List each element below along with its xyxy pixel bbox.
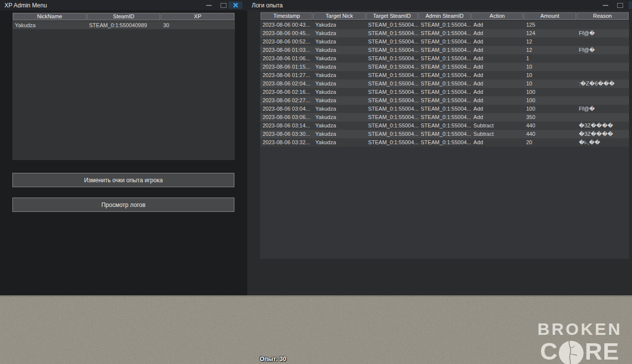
watermark-line1: BROKEN [538,321,622,337]
table-cell [576,54,629,63]
edit-xp-button[interactable]: Изменить очки опыта игрока [12,173,234,187]
table-cell: Add [471,113,524,121]
xp-hud-label: Опыт: 30 [260,356,286,363]
table-cell: 2023-08-06 03:32... [260,138,313,147]
table-cell: STEAM_0:1:55004... [365,71,418,80]
view-logs-button[interactable]: Просмотр логов [12,198,234,212]
table-cell: STEAM_0:1:55004... [365,54,418,63]
minimize-button[interactable] [202,1,216,9]
table-cell [576,88,629,96]
cracked-sphere-logo-icon [558,340,584,364]
table-cell: Subtract [471,130,524,138]
table-cell: STEAM_0:1:55004... [365,38,418,46]
table-cell: Yakudza [313,113,366,121]
table-row[interactable]: 2023-08-06 02:04...YakudzaSTEAM_0:1:5500… [260,80,629,88]
maximize-icon [617,3,623,8]
table-cell: STEAM_0:1:55004... [418,21,471,29]
table-cell: :�Z�6��� [576,80,629,88]
table-row[interactable]: 2023-08-06 01:15...YakudzaSTEAM_0:1:5500… [260,63,629,71]
table-row[interactable]: 2023-08-06 02:16...YakudzaSTEAM_0:1:5500… [260,88,629,96]
table-row[interactable]: 2023-08-06 01:27...YakudzaSTEAM_0:1:5500… [260,71,629,80]
table-cell: 10 [524,63,577,71]
xp-admin-window-title: XP Admin Menu [4,2,47,9]
table-cell: 2023-08-06 02:27... [260,96,313,105]
table-cell: Ff@� [576,29,629,38]
table-cell: Add [471,80,524,88]
table-cell: 2023-08-06 03:30... [260,130,313,138]
table-cell: 440 [524,121,577,130]
table-cell: Subtract [471,121,524,130]
column-header[interactable]: Timestamp [261,12,313,20]
table-cell: STEAM_0:1:55004... [418,130,471,138]
table-cell: 1 [524,54,577,63]
table-cell: 2023-08-06 03:04... [260,105,313,113]
xp-logs-window-title: Логи опыта [252,2,283,9]
minimize-button[interactable] [598,1,612,9]
xp-logs-window: Логи опыта TimestampTarget NickTarget St… [247,0,632,295]
table-cell: 2023-08-06 00:45... [260,29,313,38]
table-cell: STEAM_0:1:55004... [365,63,418,71]
table-cell: �i-,�� [576,138,629,147]
xp-admin-window: XP Admin Menu NickNameSteamIDXPYakudzaST… [0,0,247,295]
table-cell [576,96,629,105]
table-cell: STEAM_0:1:55004... [418,46,471,54]
table-cell: 10 [524,80,577,88]
watermark-line2: C RE [538,338,622,364]
table-row[interactable]: 2023-08-06 00:43...YakudzaSTEAM_0:1:5500… [260,21,629,29]
column-header[interactable]: XP [161,13,234,20]
table-row[interactable]: 2023-08-06 01:03...YakudzaSTEAM_0:1:5500… [260,46,629,54]
column-header[interactable]: Reason [577,12,629,20]
table-row[interactable]: 2023-08-06 02:27...YakudzaSTEAM_0:1:5500… [260,96,629,105]
table-cell: Ff@� [576,105,629,113]
maximize-icon [221,3,226,8]
column-header[interactable]: Admin SteamID [418,12,470,20]
table-cell: 2023-08-06 01:15... [260,63,313,71]
table-cell [576,63,629,71]
xp-admin-titlebar[interactable]: XP Admin Menu [0,0,247,10]
table-cell: 350 [524,113,577,121]
table-cell: 12 [524,46,577,54]
table-cell: 2023-08-06 00:43... [260,21,313,29]
table-cell: Yakudza [313,21,366,29]
table-cell: Yakudza [313,29,366,38]
close-button[interactable] [228,1,242,9]
table-cell: STEAM_0:1:55004... [365,105,418,113]
close-button[interactable] [629,1,632,9]
table-cell: 10 [524,71,577,80]
table-row[interactable]: 2023-08-06 03:32...YakudzaSTEAM_0:1:5500… [260,138,629,147]
table-cell: STEAM_0:1:55004... [365,46,418,54]
column-header[interactable]: NickName [13,13,87,20]
table-cell: 100 [524,88,577,96]
column-header[interactable]: Amount [524,12,576,20]
column-header[interactable]: Action [471,12,523,20]
table-cell: 2023-08-06 03:14... [260,121,313,130]
table-row[interactable]: 2023-08-06 01:06...YakudzaSTEAM_0:1:5500… [260,54,629,63]
table-cell [576,38,629,46]
table-cell: STEAM_0:1:55004... [365,80,418,88]
table-row[interactable]: YakudzaSTEAM_0:1:55004098930 [12,21,235,29]
table-cell: Yakudza [313,105,366,113]
table-row[interactable]: 2023-08-06 03:30...YakudzaSTEAM_0:1:5500… [260,130,629,138]
table-cell: Yakudza [313,46,366,54]
table-cell: 12 [524,38,577,46]
column-header[interactable]: SteamID [87,13,161,20]
table-row[interactable]: 2023-08-06 00:52...YakudzaSTEAM_0:1:5500… [260,38,629,46]
table-cell: STEAM_0:1:55004... [418,71,471,80]
watermark-core-c: C [540,339,558,364]
xp-logs-titlebar[interactable]: Логи опыта [247,0,632,10]
table-cell: Yakudza [313,121,366,130]
table-row[interactable]: 2023-08-06 03:04...YakudzaSTEAM_0:1:5500… [260,105,629,113]
table-cell: 2023-08-06 01:06... [260,54,313,63]
table-row[interactable]: 2023-08-06 03:06...YakudzaSTEAM_0:1:5500… [260,113,629,121]
column-header[interactable]: Target SteamID [366,12,418,20]
table-cell: STEAM_0:1:55004... [418,63,471,71]
maximize-button[interactable] [613,1,627,9]
table-row[interactable]: 2023-08-06 03:14...YakudzaSTEAM_0:1:5500… [260,121,629,130]
table-cell: �3Z���� [576,130,629,138]
table-cell: 20 [524,138,577,147]
column-header[interactable]: Target Nick [313,12,365,20]
table-cell: STEAM_0:1:55004... [418,96,471,105]
table-cell: 440 [524,130,577,138]
table-cell: 2023-08-06 03:06... [260,113,313,121]
table-row[interactable]: 2023-08-06 00:45...YakudzaSTEAM_0:1:5500… [260,29,629,38]
